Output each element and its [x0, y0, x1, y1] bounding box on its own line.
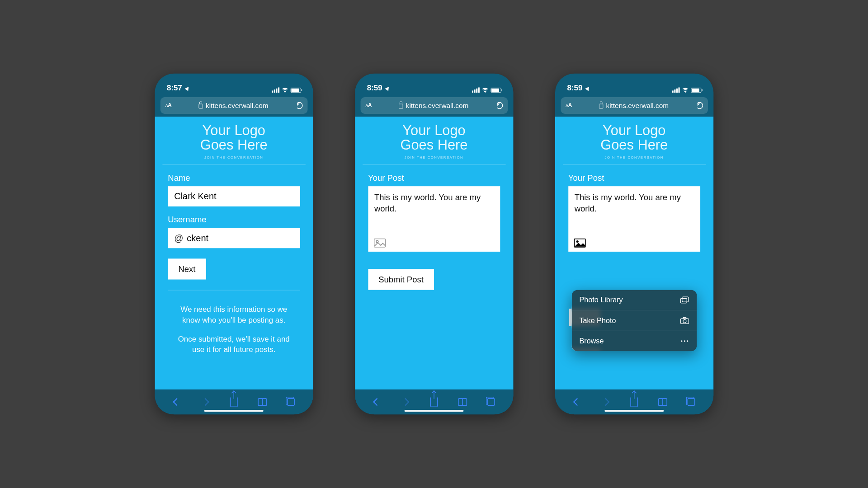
phone-screen-1: 8:57 AA kittens.everwall.com Your Logo G…: [155, 74, 313, 415]
logo-tagline: JOIN THE CONVERSATION: [155, 155, 313, 159]
wifi-icon: [481, 88, 488, 93]
bookmarks-button[interactable]: [458, 397, 468, 407]
page-content: Your Logo Goes Here JOIN THE CONVERSATIO…: [155, 117, 313, 389]
logo-line-1: Your Logo: [155, 123, 313, 137]
forward-button[interactable]: [200, 397, 210, 407]
back-button[interactable]: [572, 397, 582, 407]
battery-icon: [491, 88, 501, 93]
browser-url-bar[interactable]: AA kittens.everwall.com: [160, 97, 307, 114]
browser-url-bar[interactable]: AA kittens.everwall.com: [360, 97, 508, 114]
info-text-2: Once submitted, we'll save it and use it…: [168, 334, 300, 355]
status-bar: 8:57: [155, 74, 313, 94]
divider: [363, 164, 505, 165]
reload-icon[interactable]: [296, 102, 302, 109]
tabs-button[interactable]: [486, 397, 496, 407]
menu-browse[interactable]: Browse: [572, 331, 697, 352]
image-icon[interactable]: [574, 239, 585, 248]
page-content: Your Logo Goes Here JOIN THE CONVERSATIO…: [355, 117, 513, 389]
reload-icon[interactable]: [496, 102, 503, 109]
svg-rect-4: [682, 297, 688, 302]
lock-icon: [399, 103, 403, 108]
signal-icon: [472, 88, 480, 93]
logo-line-2: Goes Here: [355, 137, 513, 152]
info-text-1: We need this information so we know who …: [168, 304, 300, 325]
wifi-icon: [682, 88, 689, 93]
phone-screen-2: 8:59 AA kittens.everwall.com Your Logo G…: [355, 74, 513, 415]
logo-line-2: Goes Here: [155, 137, 313, 152]
url-text: kittens.everwall.com: [406, 102, 469, 110]
ellipsis-icon: [680, 338, 689, 344]
home-indicator[interactable]: [604, 410, 664, 412]
share-button[interactable]: [429, 397, 439, 407]
clock: 8:59: [367, 84, 382, 93]
browser-url-bar[interactable]: AA kittens.everwall.com: [561, 97, 708, 114]
post-textarea[interactable]: This is my world. You are my world.: [568, 186, 700, 252]
svg-point-10: [684, 340, 685, 342]
svg-rect-5: [680, 298, 687, 303]
svg-point-8: [683, 319, 686, 323]
lock-icon: [199, 103, 203, 108]
lock-icon: [599, 103, 603, 108]
menu-take-photo[interactable]: Take Photo: [572, 310, 697, 331]
text-size-button[interactable]: AA: [365, 103, 372, 109]
divider: [162, 164, 305, 165]
back-button[interactable]: [372, 397, 382, 407]
location-arrow-icon: [585, 85, 590, 91]
menu-photo-library[interactable]: Photo Library: [572, 290, 697, 310]
attachment-menu: Photo Library Take Photo Browse: [572, 290, 697, 352]
reload-icon[interactable]: [696, 102, 703, 109]
submit-post-button[interactable]: Submit Post: [368, 269, 434, 290]
forward-button[interactable]: [600, 397, 611, 407]
post-label: Your Post: [368, 173, 500, 183]
bookmarks-button[interactable]: [257, 397, 268, 407]
back-button[interactable]: [171, 397, 182, 407]
share-button[interactable]: [229, 397, 239, 407]
status-bar: 8:59: [555, 74, 713, 94]
next-button[interactable]: Next: [168, 258, 206, 279]
logo-line-1: Your Logo: [355, 123, 513, 137]
battery-icon: [691, 88, 701, 93]
tabs-button[interactable]: [686, 397, 697, 407]
svg-point-3: [576, 240, 579, 243]
username-input[interactable]: @ckent: [168, 228, 300, 249]
svg-point-11: [687, 340, 688, 342]
wifi-icon: [281, 88, 288, 93]
clock: 8:59: [567, 84, 583, 93]
svg-rect-0: [374, 239, 385, 247]
at-prefix: @: [174, 233, 183, 244]
logo-tagline: JOIN THE CONVERSATION: [355, 155, 513, 159]
divider: [168, 290, 300, 291]
bookmarks-button[interactable]: [657, 397, 668, 407]
name-label: Name: [168, 173, 300, 183]
location-arrow-icon: [385, 85, 390, 91]
photo-library-icon: [680, 296, 689, 303]
username-label: Username: [168, 215, 300, 225]
tabs-button[interactable]: [286, 397, 296, 407]
page-content: Your Logo Goes Here JOIN THE CONVERSATIO…: [555, 117, 713, 389]
phone-screen-3: 8:59 AA kittens.everwall.com Your Logo G…: [555, 74, 713, 415]
logo-tagline: JOIN THE CONVERSATION: [555, 155, 713, 159]
clock: 8:57: [167, 84, 182, 93]
battery-icon: [290, 88, 301, 93]
logo-line-1: Your Logo: [555, 123, 713, 137]
divider: [563, 164, 706, 165]
share-button[interactable]: [629, 397, 639, 407]
url-text: kittens.everwall.com: [206, 102, 269, 110]
forward-button[interactable]: [400, 397, 410, 407]
url-text: kittens.everwall.com: [606, 102, 669, 110]
svg-rect-7: [683, 317, 686, 319]
status-bar: 8:59: [355, 74, 513, 94]
svg-point-9: [681, 340, 682, 342]
location-arrow-icon: [184, 85, 190, 91]
home-indicator[interactable]: [204, 410, 264, 412]
signal-icon: [272, 88, 279, 93]
home-indicator[interactable]: [405, 410, 464, 412]
text-size-button[interactable]: AA: [165, 103, 171, 109]
text-size-button[interactable]: AA: [566, 103, 572, 109]
image-icon[interactable]: [373, 239, 385, 248]
post-textarea[interactable]: This is my world. You are my world.: [368, 186, 500, 252]
name-input[interactable]: Clark Kent: [168, 186, 300, 206]
logo-line-2: Goes Here: [555, 137, 713, 152]
post-label: Your Post: [568, 173, 700, 183]
signal-icon: [672, 88, 679, 93]
